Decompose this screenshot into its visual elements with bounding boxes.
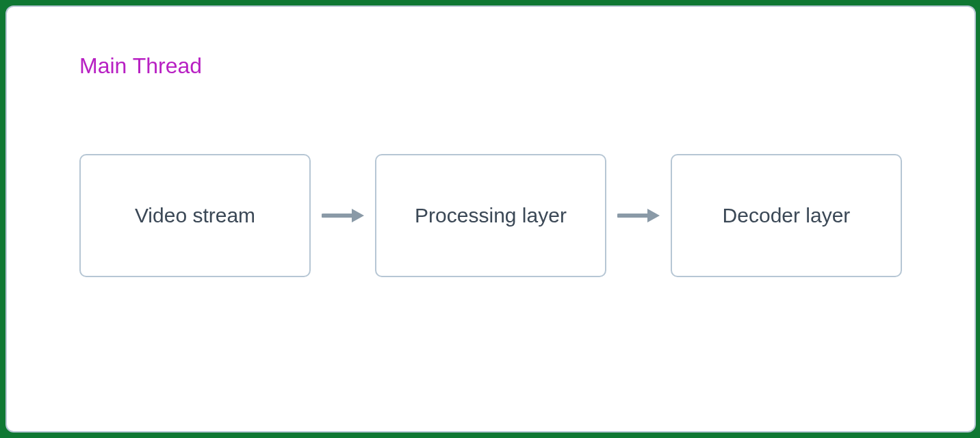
node-decoder-layer: Decoder layer [671, 154, 902, 277]
node-label: Decoder layer [723, 204, 851, 227]
pipeline-flow: Video stream Processing layer Decoder la… [79, 154, 902, 277]
arrow-right-icon [311, 207, 375, 224]
node-video-stream: Video stream [79, 154, 311, 277]
node-label: Video stream [135, 204, 255, 227]
svg-marker-1 [352, 209, 364, 222]
main-thread-panel: Main Thread Video stream Processing laye… [5, 5, 976, 433]
arrow-right-icon [606, 207, 671, 224]
node-label: Processing layer [415, 204, 567, 227]
svg-marker-3 [647, 209, 660, 222]
panel-title: Main Thread [79, 53, 902, 79]
node-processing-layer: Processing layer [375, 154, 606, 277]
